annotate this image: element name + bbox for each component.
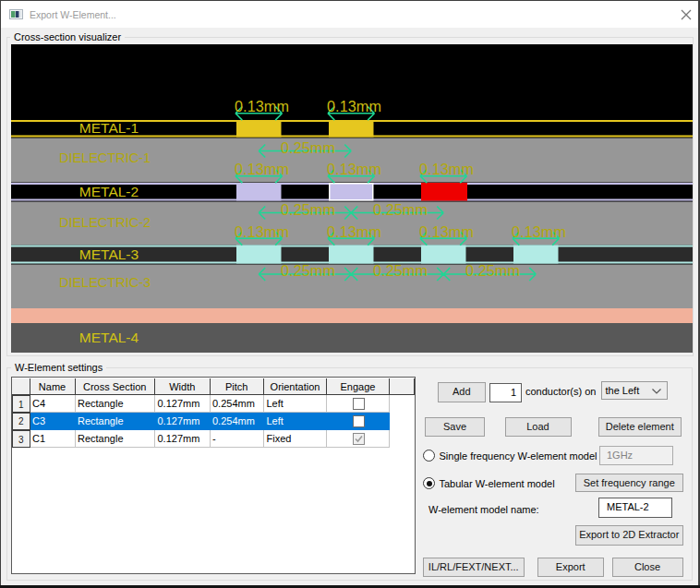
svg-text:0.13mm: 0.13mm <box>235 223 289 240</box>
svg-text:0.13mm: 0.13mm <box>419 161 474 177</box>
svg-text:0.25mm: 0.25mm <box>281 201 335 218</box>
svg-text:METAL-4: METAL-4 <box>79 330 139 345</box>
svg-text:DIELECTRIC-3: DIELECTRIC-3 <box>59 275 151 290</box>
svg-text:0.13mm: 0.13mm <box>235 98 289 114</box>
svg-text:0.13mm: 0.13mm <box>327 223 381 240</box>
svg-text:0.13mm: 0.13mm <box>419 223 474 240</box>
svg-text:DIELECTRIC-2: DIELECTRIC-2 <box>59 215 151 230</box>
svg-text:METAL-1: METAL-1 <box>79 120 139 136</box>
svg-text:0.25mm: 0.25mm <box>281 139 335 156</box>
svg-text:METAL-3: METAL-3 <box>79 246 139 262</box>
svg-text:0.13mm: 0.13mm <box>235 161 289 177</box>
svg-text:0.25mm: 0.25mm <box>373 201 428 218</box>
svg-text:0.25mm: 0.25mm <box>373 262 428 279</box>
svg-text:DIELECTRIC-1: DIELECTRIC-1 <box>59 150 151 165</box>
svg-text:0.13mm: 0.13mm <box>327 98 381 114</box>
svg-text:0.13mm: 0.13mm <box>327 161 381 177</box>
svg-text:0.25mm: 0.25mm <box>465 262 520 279</box>
svg-text:0.13mm: 0.13mm <box>512 223 566 240</box>
svg-text:0.25mm: 0.25mm <box>281 262 335 279</box>
svg-text:METAL-2: METAL-2 <box>79 184 139 199</box>
